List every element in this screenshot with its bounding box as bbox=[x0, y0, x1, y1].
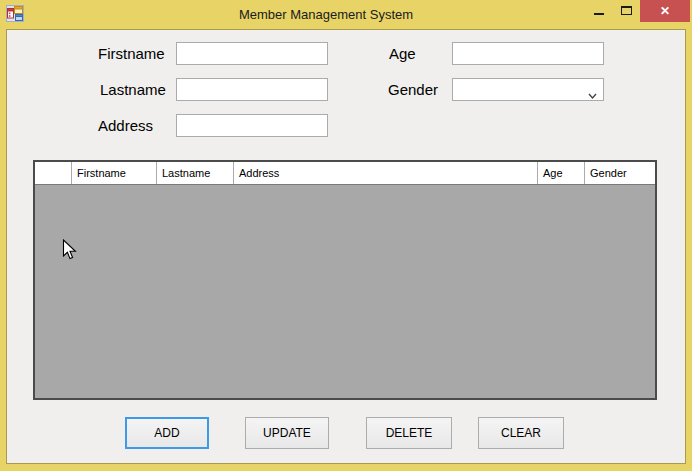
maximize-button[interactable] bbox=[613, 0, 640, 22]
update-button[interactable]: UPDATE bbox=[245, 417, 329, 449]
gender-label: Gender bbox=[388, 78, 438, 101]
gender-combobox[interactable] bbox=[452, 78, 604, 101]
close-icon: ✕ bbox=[660, 4, 670, 18]
firstname-label: Firstname bbox=[98, 42, 165, 65]
address-label: Address bbox=[98, 114, 153, 137]
maximize-icon bbox=[621, 6, 632, 15]
clear-button[interactable]: CLEAR bbox=[478, 417, 564, 449]
column-header-firstname[interactable]: Firstname bbox=[72, 162, 157, 184]
address-input[interactable] bbox=[176, 114, 328, 137]
delete-button[interactable]: DELETE bbox=[366, 417, 452, 449]
datagrid-body-empty[interactable] bbox=[35, 185, 655, 398]
age-label: Age bbox=[389, 42, 416, 65]
datagrid-header: Firstname Lastname Address Age Gender bbox=[35, 162, 655, 185]
titlebar: Member Management System ✕ bbox=[0, 0, 692, 30]
column-header-age[interactable]: Age bbox=[538, 162, 585, 184]
mouse-cursor bbox=[62, 239, 77, 261]
minimize-icon bbox=[594, 13, 604, 15]
app-icon[interactable] bbox=[6, 5, 24, 22]
firstname-input[interactable] bbox=[176, 42, 328, 65]
chevron-down-icon bbox=[588, 86, 597, 94]
add-button[interactable]: ADD bbox=[125, 417, 209, 449]
app-window: Member Management System ✕ Firstname Las… bbox=[0, 0, 692, 471]
row-header-cell[interactable] bbox=[35, 162, 72, 184]
lastname-label: Lastname bbox=[100, 78, 166, 101]
window-title: Member Management System bbox=[60, 0, 592, 29]
client-area: Firstname Lastname Address Age Gender Fi… bbox=[7, 30, 685, 463]
lastname-input[interactable] bbox=[176, 78, 328, 101]
column-header-gender[interactable]: Gender bbox=[585, 162, 655, 184]
members-datagrid: Firstname Lastname Address Age Gender bbox=[33, 160, 657, 400]
minimize-button[interactable] bbox=[585, 0, 613, 22]
column-header-lastname[interactable]: Lastname bbox=[157, 162, 234, 184]
column-header-address[interactable]: Address bbox=[234, 162, 538, 184]
age-input[interactable] bbox=[452, 42, 604, 65]
close-button[interactable]: ✕ bbox=[640, 0, 690, 22]
